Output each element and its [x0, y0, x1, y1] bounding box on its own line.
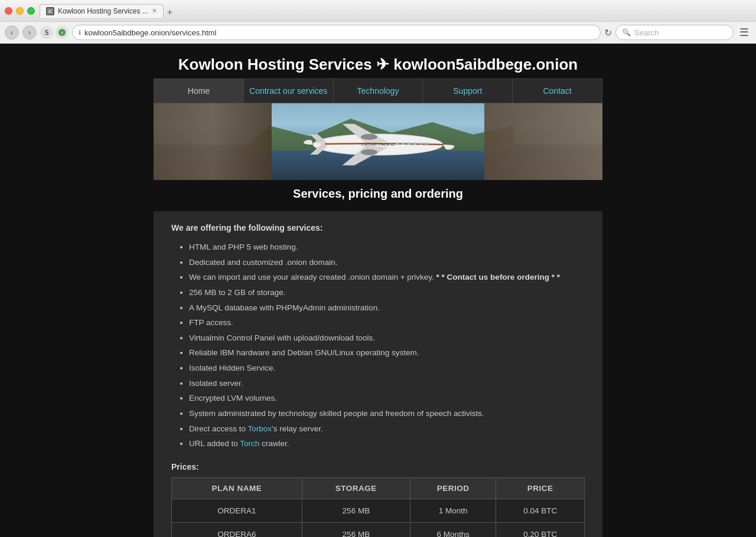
search-bar[interactable]: 🔍 Search	[615, 25, 734, 40]
close-button[interactable]	[5, 7, 12, 15]
hero-image: CATHAY PACIFIC	[154, 103, 602, 180]
url-text: kowloon5aibdbege.onion/services.html	[84, 28, 216, 37]
new-tab-button[interactable]: +	[164, 7, 176, 18]
list-item: Encrypted LVM volumes.	[189, 391, 585, 406]
hamburger-menu[interactable]: ☰	[737, 26, 751, 39]
col-header-period: PERIOD	[410, 477, 496, 499]
plan-price: 0.20 BTC	[496, 522, 585, 537]
traffic-lights	[5, 7, 35, 15]
torbox-link[interactable]: Torbox	[248, 424, 272, 433]
svg-rect-14	[425, 142, 428, 145]
list-item: Isolated Hidden Service.	[189, 361, 585, 376]
tab-title: Kowloon Hosting Services ...	[58, 7, 148, 15]
pricing-table: PLAN NAME STORAGE PERIOD PRICE ORDERA1 2…	[171, 477, 585, 537]
svg-text:S: S	[45, 30, 49, 36]
list-item: Isolated server.	[189, 376, 585, 391]
reload-button[interactable]: ↻	[604, 27, 612, 38]
address-bar: ‹ › S T ℹ kowloon5aibdbege.onion/service…	[0, 21, 756, 44]
back-button[interactable]: ‹	[5, 25, 19, 40]
plan-price: 0.04 BTC	[496, 499, 585, 522]
nav-item-support[interactable]: Support	[423, 79, 513, 103]
svg-rect-10	[402, 142, 405, 145]
plan-name: ORDERA6	[172, 522, 302, 537]
nav-item-home[interactable]: Home	[154, 79, 244, 103]
services-heading: We are offering the following services:	[171, 223, 585, 233]
table-row: ORDERA1 256 MB 1 Month 0.04 BTC	[172, 499, 585, 522]
plan-period: 6 Months	[410, 522, 496, 537]
tab-favicon: K	[46, 7, 54, 15]
extension-1[interactable]: S	[40, 26, 53, 39]
bold-notice: * * Contact us before ordering * *	[436, 273, 560, 281]
svg-rect-12	[413, 142, 416, 145]
list-item: HTML and PHP 5 web hosting.	[189, 240, 585, 255]
list-item: Virtualmin Control Panel with upload/dow…	[189, 330, 585, 346]
svg-text:T: T	[61, 31, 64, 36]
table-row: ORDERA6 256 MB 6 Months 0.20 BTC	[172, 522, 585, 537]
site-title: Kowloon Hosting Services ✈ kowloon5aibdb…	[154, 50, 602, 78]
plan-name: ORDERA1	[172, 499, 302, 522]
svg-rect-11	[408, 142, 410, 145]
plan-storage: 256 MB	[302, 522, 410, 537]
browser-tab[interactable]: K Kowloon Hosting Services ... ✕	[40, 4, 164, 18]
search-placeholder: Search	[634, 28, 659, 37]
main-content: We are offering the following services: …	[154, 211, 602, 537]
plan-storage: 256 MB	[302, 499, 410, 522]
list-item: Reliable IBM hardware and Debian GNU/Lin…	[189, 345, 585, 361]
site-wrapper: Kowloon Hosting Services ✈ kowloon5aibdb…	[154, 44, 602, 537]
col-header-price: PRICE	[496, 477, 585, 499]
search-icon: 🔍	[622, 28, 631, 37]
title-bar: K Kowloon Hosting Services ... ✕ +	[0, 0, 756, 21]
list-item: A MySQL database with PHPMyAdmin adminis…	[189, 300, 585, 316]
extension-2[interactable]: T	[56, 26, 69, 39]
hero-buildings-right	[484, 103, 602, 180]
airplane-image: CATHAY PACIFIC	[295, 118, 461, 180]
page-heading: Services, pricing and ordering	[154, 180, 602, 205]
list-item: System administrated by technology skill…	[189, 406, 585, 421]
plan-period: 1 Month	[410, 499, 496, 522]
lock-icon: ℹ	[79, 29, 81, 37]
back-icon: ‹	[11, 28, 14, 37]
services-list: HTML and PHP 5 web hosting. Dedicated an…	[171, 240, 585, 451]
browser-chrome: K Kowloon Hosting Services ... ✕ + ‹ › S…	[0, 0, 756, 44]
page-content: Kowloon Hosting Services ✈ kowloon5aibdb…	[0, 44, 756, 537]
list-item: URL added to Torch crawler.	[189, 436, 585, 451]
forward-icon: ›	[28, 28, 31, 37]
list-item: Direct access to Torbox's relay server.	[189, 421, 585, 437]
list-item: FTP access.	[189, 315, 585, 330]
svg-rect-9	[396, 142, 399, 145]
list-item: We can import and use your already creat…	[189, 270, 585, 285]
col-header-storage: STORAGE	[302, 477, 410, 499]
torch-link[interactable]: Torch	[240, 439, 259, 448]
navigation-bar: Home Contract our services Technology Su…	[154, 78, 602, 103]
tab-close-button[interactable]: ✕	[152, 7, 157, 15]
svg-point-6	[361, 149, 377, 155]
maximize-button[interactable]	[27, 7, 35, 15]
forward-button[interactable]: ›	[22, 25, 37, 40]
list-item: 256 MB to 2 GB of storage.	[189, 285, 585, 300]
nav-item-contract[interactable]: Contract our services	[244, 79, 334, 103]
svg-point-7	[361, 134, 377, 140]
svg-rect-13	[419, 142, 422, 145]
extensions-area: S T	[40, 26, 69, 39]
col-header-plan: PLAN NAME	[172, 477, 302, 499]
url-bar[interactable]: ℹ kowloon5aibdbege.onion/services.html	[72, 25, 601, 40]
prices-heading: Prices:	[171, 462, 585, 471]
svg-text:K: K	[48, 9, 52, 14]
svg-text:CATHAY PACIFIC: CATHAY PACIFIC	[361, 142, 395, 146]
hero-buildings-left	[154, 103, 272, 180]
minimize-button[interactable]	[16, 7, 24, 15]
list-item: Dedicated and customized .onion domain.	[189, 255, 585, 270]
nav-item-contact[interactable]: Contact	[513, 79, 602, 103]
nav-item-technology[interactable]: Technology	[334, 79, 423, 103]
